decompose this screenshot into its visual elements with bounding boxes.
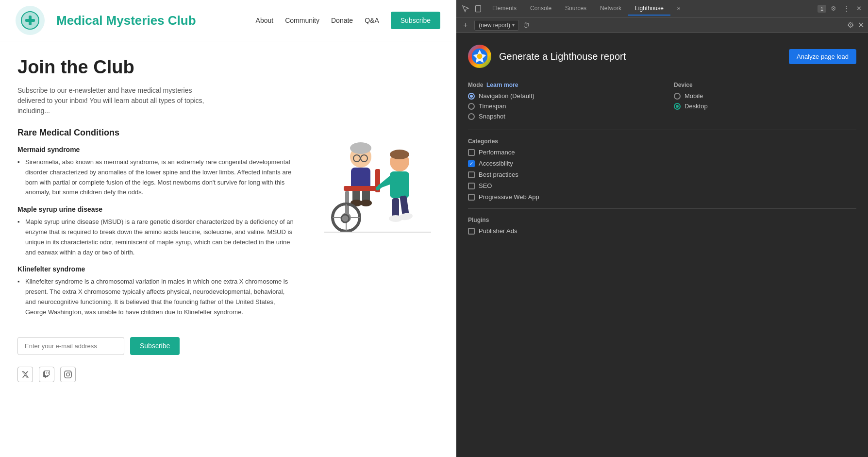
social-icons xyxy=(17,367,438,382)
cat-best-practices-checkbox[interactable] xyxy=(468,171,475,178)
condition-1-text: Sirenomelia, also known as mermaid syndr… xyxy=(17,157,297,198)
report-selector[interactable]: (new report) ▾ xyxy=(474,20,519,31)
mode-timespan-label: Timespan xyxy=(479,102,506,110)
svg-point-4 xyxy=(350,142,371,154)
hero-img-placeholder xyxy=(312,128,438,244)
tab-lighthouse[interactable]: Lighthouse xyxy=(628,2,670,16)
device-radio-group: Mobile Desktop xyxy=(674,92,856,110)
mode-label: Mode Learn more xyxy=(468,82,651,88)
twitter-icon[interactable] xyxy=(17,367,33,382)
mode-timespan-radio[interactable] xyxy=(468,103,475,110)
nav-subscribe-button[interactable]: Subscribe xyxy=(391,12,440,29)
svg-rect-13 xyxy=(344,186,378,191)
email-section: Subscribe xyxy=(17,337,438,355)
report-selector-label: (new report) xyxy=(479,22,510,29)
hero-section: Rare Medical Conditions Mermaid syndrome… xyxy=(17,128,438,322)
condition-2-title: Maple syrup urine disease xyxy=(17,205,297,213)
site-logo xyxy=(16,6,45,35)
site-nav: Medical Mysteries Club About Community D… xyxy=(0,0,456,41)
device-desktop[interactable]: Desktop xyxy=(674,102,856,110)
device-column: Device Mobile Desktop xyxy=(674,82,856,120)
mode-navigation-radio[interactable] xyxy=(468,93,475,100)
tab-network[interactable]: Network xyxy=(593,2,628,16)
nav-about[interactable]: About xyxy=(256,17,274,24)
lighthouse-logo xyxy=(468,45,491,68)
devtools-tabs: Elements Console Sources Network Lightho… xyxy=(485,2,816,16)
topbar-settings-icon[interactable]: ⚙ xyxy=(828,3,839,14)
mode-snapshot[interactable]: Snapshot xyxy=(468,113,651,120)
tab-sources[interactable]: Sources xyxy=(558,2,593,16)
nav-community[interactable]: Community xyxy=(285,17,319,24)
lh-title: Generate a Lighthouse report xyxy=(499,51,626,62)
cat-seo-checkbox[interactable] xyxy=(468,183,475,189)
email-input[interactable] xyxy=(17,337,124,355)
categories-label: Categories xyxy=(468,138,856,145)
mode-timespan[interactable]: Timespan xyxy=(468,102,651,110)
inspect-icon[interactable] xyxy=(460,3,471,14)
condition-1-list: Sirenomelia, also known as mermaid syndr… xyxy=(17,157,297,198)
plugin-publisher-ads-checkbox[interactable] xyxy=(468,228,475,235)
cat-pwa[interactable]: Progressive Web App xyxy=(468,193,856,201)
devtools-topbar: Elements Console Sources Network Lightho… xyxy=(456,0,868,17)
plugins-label: Plugins xyxy=(468,217,856,223)
analyze-page-load-button[interactable]: Analyze page load xyxy=(789,49,856,64)
nav-links: About Community Donate Q&A Subscribe xyxy=(256,12,440,29)
categories-checkboxes: Performance Accessibility Best practices… xyxy=(468,149,856,201)
tab-elements[interactable]: Elements xyxy=(485,2,523,16)
categories-section: Categories Performance Accessibility Bes… xyxy=(468,138,856,201)
device-mobile-radio[interactable] xyxy=(674,93,681,100)
device-toggle-icon[interactable] xyxy=(473,3,484,14)
website-panel: Medical Mysteries Club About Community D… xyxy=(0,0,456,457)
svg-point-22 xyxy=(390,150,409,159)
join-title: Join the Club xyxy=(17,57,438,78)
tab-more[interactable]: » xyxy=(670,2,687,16)
cat-pwa-checkbox[interactable] xyxy=(468,194,475,201)
cat-accessibility[interactable]: Accessibility xyxy=(468,160,856,167)
devtools-panel: Elements Console Sources Network Lightho… xyxy=(456,0,868,457)
lighthouse-panel: Generate a Lighthouse report Analyze pag… xyxy=(456,33,868,457)
new-report-plus-icon[interactable]: + xyxy=(460,20,470,31)
svg-rect-27 xyxy=(400,195,409,216)
badge: 1 xyxy=(818,5,826,13)
cat-pwa-label: Progressive Web App xyxy=(479,193,539,201)
mode-navigation[interactable]: Navigation (Default) xyxy=(468,92,651,100)
nav-qa[interactable]: Q&A xyxy=(365,17,379,24)
tab-console[interactable]: Console xyxy=(523,2,558,16)
mode-radio-group: Navigation (Default) Timespan Snapshot xyxy=(468,92,651,120)
condition-3-list: Klinefelter syndrome is a chromosomal va… xyxy=(17,277,297,317)
cat-seo[interactable]: SEO xyxy=(468,182,856,189)
divider-2 xyxy=(468,208,856,209)
plugin-publisher-ads[interactable]: Publisher Ads xyxy=(468,227,856,235)
instagram-icon[interactable] xyxy=(60,367,76,382)
report-selector-chevron-icon: ▾ xyxy=(512,22,515,28)
cat-accessibility-checkbox[interactable] xyxy=(468,160,475,167)
history-icon[interactable]: ⏱ xyxy=(523,21,530,29)
twitch-icon[interactable] xyxy=(39,367,54,382)
rare-conditions-title: Rare Medical Conditions xyxy=(17,128,297,138)
mode-navigation-label: Navigation (Default) xyxy=(479,92,534,100)
lh-header-left: Generate a Lighthouse report xyxy=(468,45,626,68)
secondbar-close-icon[interactable]: ✕ xyxy=(858,20,864,30)
device-desktop-radio[interactable] xyxy=(674,103,681,110)
hero-illustration xyxy=(312,128,438,244)
cat-best-practices[interactable]: Best practices xyxy=(468,171,856,178)
device-desktop-label: Desktop xyxy=(684,102,708,110)
topbar-more-icon[interactable]: ⋮ xyxy=(841,3,851,14)
secondbar-settings-icon[interactable]: ⚙ xyxy=(847,20,854,30)
topbar-close-icon[interactable]: ✕ xyxy=(853,3,864,14)
mode-column: Mode Learn more Navigation (Default) Tim… xyxy=(468,82,651,120)
nav-donate[interactable]: Donate xyxy=(331,17,353,24)
cat-performance-checkbox[interactable] xyxy=(468,149,475,156)
mode-snapshot-radio[interactable] xyxy=(468,113,475,120)
subscribe-button[interactable]: Subscribe xyxy=(130,337,180,355)
plugin-publisher-ads-label: Publisher Ads xyxy=(479,227,517,235)
site-content: Join the Club Subscribe to our e-newslet… xyxy=(0,41,456,398)
lh-mode-device-row: Mode Learn more Navigation (Default) Tim… xyxy=(468,82,856,120)
svg-rect-26 xyxy=(392,198,399,218)
learn-more-link[interactable]: Learn more xyxy=(486,82,518,88)
text-section: Rare Medical Conditions Mermaid syndrome… xyxy=(17,128,297,322)
condition-1-title: Mermaid syndrome xyxy=(17,146,297,153)
cat-performance[interactable]: Performance xyxy=(468,149,856,156)
svg-point-12 xyxy=(360,200,372,206)
device-mobile[interactable]: Mobile xyxy=(674,92,856,100)
